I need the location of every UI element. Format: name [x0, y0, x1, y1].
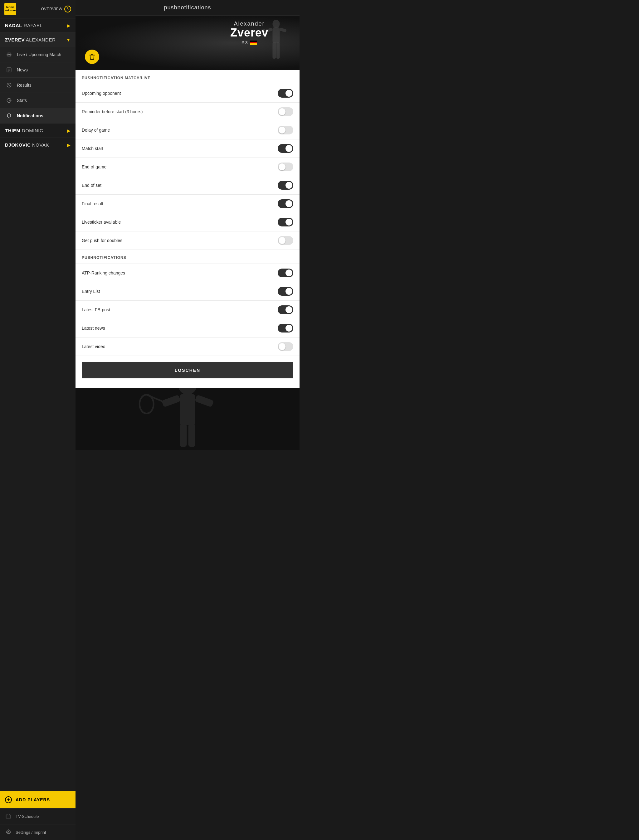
news-icon [6, 67, 13, 73]
toggle-track-latest-fb-post[interactable] [278, 305, 293, 314]
clock-icon [64, 6, 71, 13]
app-logo: tennisnet.com [4, 3, 16, 15]
toggle-row-latest-fb-post: Latest FB-post [76, 301, 300, 319]
toggle-track-entry-list[interactable] [278, 287, 293, 296]
toggle-label-latest-video: Latest video [82, 344, 105, 349]
tv-icon [5, 813, 12, 820]
toggle-switch-get-push-doubles[interactable] [278, 236, 293, 245]
toggle-track-latest-video[interactable] [278, 342, 293, 351]
sidebar-item-notifications[interactable]: Notifications [0, 108, 76, 124]
toggle-switch-latest-news[interactable] [278, 324, 293, 332]
add-players-label: ADD PLAYERS [16, 797, 50, 802]
toggle-switch-latest-video[interactable] [278, 342, 293, 351]
toggle-knob-upcoming-opponent [286, 90, 292, 97]
add-players-button[interactable]: + ADD PLAYERS [0, 791, 76, 808]
svg-rect-25 [162, 395, 181, 407]
toggle-switch-final-result[interactable] [278, 199, 293, 208]
player-row-thiem[interactable]: THIEM Dominic ▶ [0, 124, 76, 138]
toggle-knob-latest-news [286, 325, 292, 332]
toggle-switch-latest-fb-post[interactable] [278, 305, 293, 314]
player-name-nadal: NADAL Rafael [5, 23, 67, 28]
player-arrow-thiem: ▶ [67, 128, 70, 133]
notifications-panel: PUSHNOTIFICATION MATCH/LIVE Upcoming opp… [76, 70, 300, 388]
toggle-row-get-push-doubles: Get push for doubles [76, 232, 300, 250]
toggle-label-upcoming-opponent: Upcoming opponent [82, 91, 121, 96]
svg-rect-28 [188, 424, 196, 447]
player-row-nadal[interactable]: NADAL Rafael ▶ [0, 18, 76, 33]
toggle-knob-reminder-before-start [279, 108, 286, 115]
svg-rect-27 [180, 424, 187, 447]
toggle-knob-match-start [286, 145, 292, 152]
match-toggles-list: Upcoming opponentReminder before start (… [76, 84, 300, 250]
overview-button[interactable]: OVERVIEW [41, 6, 71, 13]
toggle-label-delay-of-game: Delay of game [82, 127, 110, 133]
toggle-row-end-of-game: End of game [76, 158, 300, 176]
toggle-label-atp-ranking: ATP-Ranking changes [82, 270, 125, 275]
toggle-track-match-start[interactable] [278, 144, 293, 153]
toggle-track-reminder-before-start[interactable] [278, 107, 293, 116]
toggle-track-atp-ranking[interactable] [278, 268, 293, 277]
top-bar: pushnotifications [76, 0, 300, 16]
content-area: Alexander Zverev # 3 [76, 16, 300, 840]
toggle-label-end-of-game: End of game [82, 164, 106, 169]
toggle-track-upcoming-opponent[interactable] [278, 89, 293, 98]
toggle-knob-delay-of-game [279, 127, 286, 133]
sidebar-item-live[interactable]: Live / Upcoming Match [0, 47, 76, 62]
toggle-switch-end-of-game[interactable] [278, 162, 293, 171]
toggle-switch-reminder-before-start[interactable] [278, 107, 293, 116]
player-name-djokovic: DJOKOVIC Novak [5, 142, 67, 148]
toggle-track-delay-of-game[interactable] [278, 126, 293, 135]
svg-point-23 [178, 388, 197, 395]
toggle-row-upcoming-opponent: Upcoming opponent [76, 84, 300, 103]
settings-item[interactable]: Settings / Imprint [0, 824, 76, 840]
toggle-switch-match-start[interactable] [278, 144, 293, 153]
player-name-zverev: ZVEREV Alexander [5, 37, 66, 43]
section-match-live-header: PUSHNOTIFICATION MATCH/LIVE [76, 70, 300, 84]
toggle-switch-entry-list[interactable] [278, 287, 293, 296]
toggle-track-livesticker-available[interactable] [278, 218, 293, 227]
player-arrow-zverev: ▼ [66, 37, 70, 43]
svg-point-14 [8, 832, 10, 833]
toggle-switch-end-of-set[interactable] [278, 181, 293, 190]
sidebar-item-results[interactable]: Results [0, 78, 76, 93]
toggle-switch-upcoming-opponent[interactable] [278, 89, 293, 98]
hero-info: Alexander Zverev # 3 [230, 21, 268, 45]
sidebar-item-stats[interactable]: Stats [0, 93, 76, 108]
toggle-knob-latest-fb-post [286, 306, 292, 313]
player-row-zverev[interactable]: ZVEREV Alexander ▼ [0, 33, 76, 47]
toggle-row-final-result: Final result [76, 195, 300, 213]
hero-bottom-area [76, 388, 300, 450]
toggle-row-latest-news: Latest news [76, 319, 300, 338]
toggle-track-end-of-set[interactable] [278, 181, 293, 190]
toggle-switch-livesticker-available[interactable] [278, 218, 293, 227]
player-row-djokovic[interactable]: DJOKOVIC Novak ▶ [0, 138, 76, 152]
hero-rank: # 3 [242, 40, 248, 45]
loschen-button[interactable]: LÖSCHEN [82, 362, 293, 378]
svg-rect-18 [280, 28, 287, 32]
toggle-track-get-push-doubles[interactable] [278, 236, 293, 245]
toggle-row-entry-list: Entry List [76, 282, 300, 301]
toggle-switch-atp-ranking[interactable] [278, 268, 293, 277]
tv-schedule-item[interactable]: TV-Schedule [0, 808, 76, 824]
delete-player-button[interactable] [85, 49, 99, 64]
player-arrow-djokovic: ▶ [67, 143, 70, 148]
notifications-icon [6, 112, 13, 119]
page-title: pushnotifications [164, 4, 211, 11]
toggle-row-atp-ranking: ATP-Ranking changes [76, 264, 300, 282]
toggle-switch-delay-of-game[interactable] [278, 126, 293, 135]
zverev-submenu: Live / Upcoming Match News Results [0, 47, 76, 124]
toggle-track-latest-news[interactable] [278, 324, 293, 332]
toggle-track-end-of-game[interactable] [278, 162, 293, 171]
sidebar-item-news[interactable]: News [0, 62, 76, 78]
sidebar-item-label-news: News [17, 67, 28, 72]
toggle-track-final-result[interactable] [278, 199, 293, 208]
settings-label: Settings / Imprint [16, 830, 46, 835]
results-icon [6, 82, 13, 89]
settings-icon [5, 829, 12, 836]
hero-section: Alexander Zverev # 3 [76, 16, 300, 70]
toggle-row-match-start: Match start [76, 140, 300, 158]
toggle-label-reminder-before-start: Reminder before start (3 hours) [82, 109, 143, 114]
toggle-knob-entry-list [286, 288, 292, 295]
toggle-row-livesticker-available: Livesticker available [76, 213, 300, 232]
svg-rect-16 [272, 27, 280, 43]
